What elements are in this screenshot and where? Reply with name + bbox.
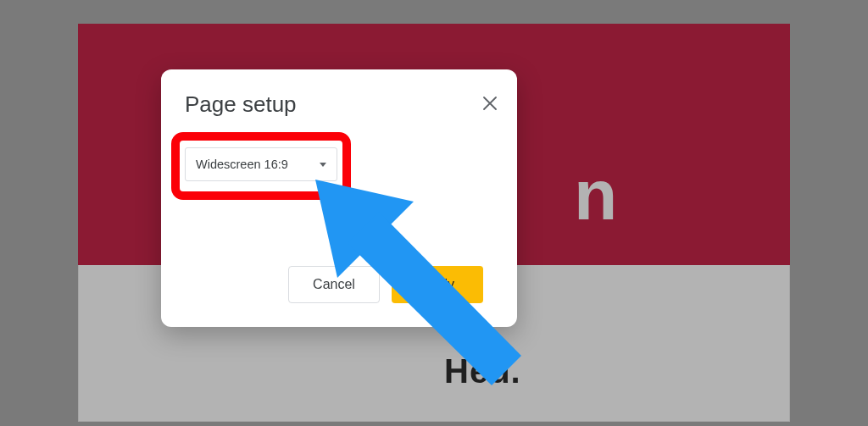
close-button[interactable]: [478, 91, 502, 115]
close-icon: [483, 97, 497, 110]
chevron-down-icon: [320, 163, 326, 167]
aspect-ratio-dropdown[interactable]: Widescreen 16:9: [185, 147, 337, 181]
modal-overlay: Page setup Widescreen 16:9 Cancel Apply: [0, 0, 868, 426]
dropdown-selected-label: Widescreen 16:9: [196, 158, 288, 171]
apply-button[interactable]: Apply: [392, 266, 483, 303]
cancel-button-label: Cancel: [313, 277, 355, 292]
page-setup-dialog: Page setup Widescreen 16:9 Cancel Apply: [161, 69, 517, 327]
dialog-title: Page setup: [185, 91, 297, 118]
apply-button-label: Apply: [420, 277, 454, 292]
cancel-button[interactable]: Cancel: [288, 266, 380, 303]
